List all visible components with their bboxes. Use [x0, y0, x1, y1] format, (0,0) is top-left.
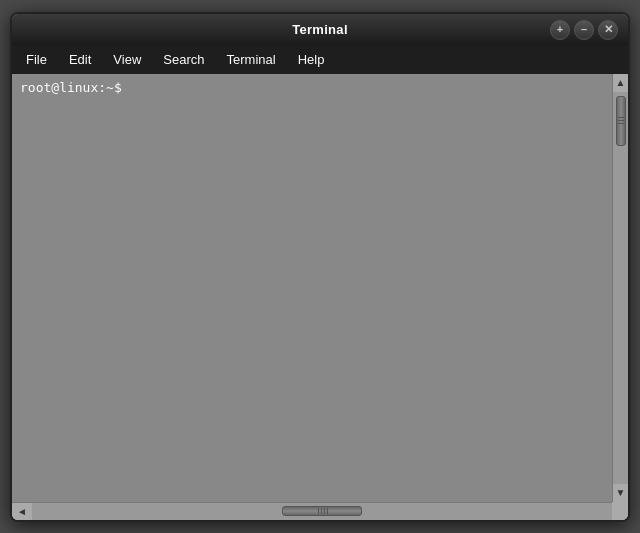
scrollbar-corner: [612, 502, 628, 520]
scroll-track-vertical: [613, 92, 628, 484]
terminal-prompt: root@linux:~$: [20, 80, 604, 95]
horizontal-scrollbar[interactable]: ◄: [12, 502, 628, 520]
prompt-text: root@linux:~$: [20, 80, 122, 95]
scroll-up-button[interactable]: ▲: [613, 74, 628, 92]
terminal-window: Terminal + – ✕ File Edit View Search Ter…: [10, 12, 630, 522]
menu-item-terminal[interactable]: Terminal: [217, 48, 286, 71]
menu-item-file[interactable]: File: [16, 48, 57, 71]
terminal-content[interactable]: root@linux:~$: [12, 74, 612, 502]
scroll-down-button[interactable]: ▼: [613, 484, 628, 502]
window-title: Terminal: [292, 22, 348, 37]
menu-item-help[interactable]: Help: [288, 48, 335, 71]
menu-item-edit[interactable]: Edit: [59, 48, 101, 71]
menu-item-search[interactable]: Search: [153, 48, 214, 71]
vertical-scrollbar[interactable]: ▲ ▼: [612, 74, 628, 502]
close-button[interactable]: ✕: [598, 20, 618, 40]
minimize-button[interactable]: –: [574, 20, 594, 40]
scroll-track-horizontal: [32, 503, 612, 520]
menu-item-view[interactable]: View: [103, 48, 151, 71]
terminal-inner: root@linux:~$ ▲ ▼: [12, 74, 628, 502]
scroll-thumb-horizontal[interactable]: [282, 506, 362, 516]
scroll-left-button[interactable]: ◄: [12, 503, 32, 520]
window-controls: + – ✕: [550, 20, 618, 40]
scroll-thumb-vertical[interactable]: [616, 96, 626, 146]
title-bar: Terminal + – ✕: [12, 14, 628, 46]
terminal-body: root@linux:~$ ▲ ▼ ◄: [12, 74, 628, 520]
menu-bar: File Edit View Search Terminal Help: [12, 46, 628, 74]
add-button[interactable]: +: [550, 20, 570, 40]
